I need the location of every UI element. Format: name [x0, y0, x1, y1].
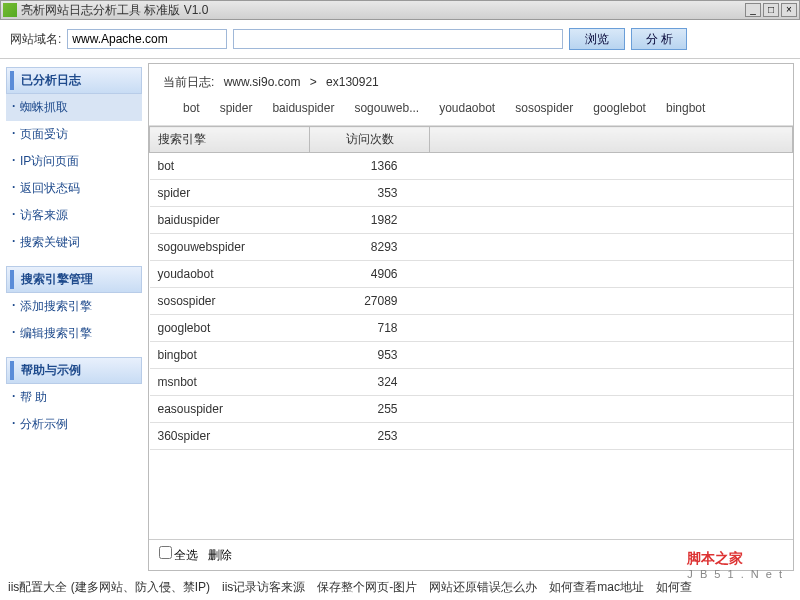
watermark: 脚本之家 J B 5 1 . N e t: [687, 550, 784, 580]
engine-cell: 360spider: [150, 423, 310, 450]
bottom-links: iis配置大全 (建多网站、防入侵、禁IP)iis记录访客来源保存整个网页-图片…: [8, 579, 792, 596]
engine-cell: bingbot: [150, 342, 310, 369]
minimize-button[interactable]: _: [745, 3, 761, 17]
table-row[interactable]: sogouwebspider8293: [150, 234, 793, 261]
delete-link[interactable]: 删除: [208, 547, 232, 564]
analyze-button[interactable]: 分 析: [631, 28, 687, 50]
results-table: 搜索引擎访问次数 bot1366spider353baiduspider1982…: [149, 126, 793, 450]
column-header[interactable]: 搜索引擎: [150, 127, 310, 153]
sidebar-item[interactable]: 搜索关键词: [6, 229, 142, 256]
logpath-input[interactable]: [233, 29, 563, 49]
bot-filter-row: botspiderbaiduspidersogouweb...youdaobot…: [163, 101, 779, 115]
column-header[interactable]: 访问次数: [310, 127, 430, 153]
sidebar-item[interactable]: 添加搜索引擎: [6, 293, 142, 320]
table-row[interactable]: googlebot718: [150, 315, 793, 342]
engine-cell: spider: [150, 180, 310, 207]
table-row[interactable]: msnbot324: [150, 369, 793, 396]
sidebar-item[interactable]: 编辑搜索引擎: [6, 320, 142, 347]
count-cell: 1982: [310, 207, 430, 234]
count-cell: 353: [310, 180, 430, 207]
count-cell: 27089: [310, 288, 430, 315]
count-cell: 718: [310, 315, 430, 342]
sidebar-section-header[interactable]: 搜索引擎管理: [6, 266, 142, 293]
table-row[interactable]: bot1366: [150, 153, 793, 180]
bot-filter[interactable]: youdaobot: [439, 101, 495, 115]
current-log-domain: www.si9o.com: [224, 75, 301, 89]
table-row[interactable]: bingbot953: [150, 342, 793, 369]
footer-link[interactable]: 保存整个网页-图片: [317, 579, 417, 596]
bot-filter[interactable]: bingbot: [666, 101, 705, 115]
sidebar-item[interactable]: IP访问页面: [6, 148, 142, 175]
column-header[interactable]: [430, 127, 793, 153]
bot-filter[interactable]: sosospider: [515, 101, 573, 115]
engine-cell: googlebot: [150, 315, 310, 342]
sidebar-item[interactable]: 页面受访: [6, 121, 142, 148]
sidebar-item[interactable]: 访客来源: [6, 202, 142, 229]
app-icon: [3, 3, 17, 17]
maximize-button[interactable]: □: [763, 3, 779, 17]
breadcrumb-sep: >: [310, 75, 317, 89]
current-log-file: ex130921: [326, 75, 379, 89]
sidebar-item[interactable]: 分析示例: [6, 411, 142, 438]
engine-cell: sosospider: [150, 288, 310, 315]
footer-link[interactable]: 如何查: [656, 579, 692, 596]
footer-link[interactable]: 如何查看mac地址: [549, 579, 644, 596]
sidebar-item[interactable]: 帮 助: [6, 384, 142, 411]
bot-filter[interactable]: spider: [220, 101, 253, 115]
window-title: 亮析网站日志分析工具 标准版 V1.0: [21, 2, 743, 19]
sidebar-item[interactable]: 蜘蛛抓取: [6, 94, 142, 121]
close-button[interactable]: ×: [781, 3, 797, 17]
engine-cell: msnbot: [150, 369, 310, 396]
count-cell: 253: [310, 423, 430, 450]
engine-cell: youdaobot: [150, 261, 310, 288]
count-cell: 324: [310, 369, 430, 396]
engine-cell: easouspider: [150, 396, 310, 423]
domain-input[interactable]: [67, 29, 227, 49]
bot-filter[interactable]: sogouweb...: [354, 101, 419, 115]
selectall-checkbox[interactable]: [159, 546, 172, 559]
bot-filter[interactable]: googlebot: [593, 101, 646, 115]
sidebar-item[interactable]: 返回状态码: [6, 175, 142, 202]
count-cell: 255: [310, 396, 430, 423]
bot-filter[interactable]: bot: [183, 101, 200, 115]
selectall-label[interactable]: 全选: [159, 546, 198, 564]
table-row[interactable]: baiduspider1982: [150, 207, 793, 234]
table-row[interactable]: easouspider255: [150, 396, 793, 423]
engine-cell: sogouwebspider: [150, 234, 310, 261]
titlebar: 亮析网站日志分析工具 标准版 V1.0 _ □ ×: [0, 0, 800, 20]
engine-cell: baiduspider: [150, 207, 310, 234]
footer-link[interactable]: iis记录访客来源: [222, 579, 305, 596]
footer-link[interactable]: iis配置大全 (建多网站、防入侵、禁IP): [8, 579, 210, 596]
engine-cell: bot: [150, 153, 310, 180]
browse-button[interactable]: 浏览: [569, 28, 625, 50]
count-cell: 1366: [310, 153, 430, 180]
table-row[interactable]: youdaobot4906: [150, 261, 793, 288]
content-panel: 当前日志: www.si9o.com > ex130921 botspiderb…: [148, 63, 794, 571]
table-row[interactable]: sosospider27089: [150, 288, 793, 315]
sidebar-section-header[interactable]: 帮助与示例: [6, 357, 142, 384]
domain-label: 网站域名:: [10, 31, 61, 48]
count-cell: 4906: [310, 261, 430, 288]
toolbar: 网站域名: 浏览 分 析: [0, 20, 800, 59]
footer-link[interactable]: 网站还原错误怎么办: [429, 579, 537, 596]
content-header: 当前日志: www.si9o.com > ex130921 botspiderb…: [149, 64, 793, 126]
current-log-label: 当前日志:: [163, 75, 214, 89]
count-cell: 8293: [310, 234, 430, 261]
sidebar: 已分析日志蜘蛛抓取页面受访IP访问页面返回状态码访客来源搜索关键词搜索引擎管理添…: [0, 59, 148, 571]
sidebar-section-header[interactable]: 已分析日志: [6, 67, 142, 94]
count-cell: 953: [310, 342, 430, 369]
table-row[interactable]: 360spider253: [150, 423, 793, 450]
bot-filter[interactable]: baiduspider: [272, 101, 334, 115]
table-row[interactable]: spider353: [150, 180, 793, 207]
